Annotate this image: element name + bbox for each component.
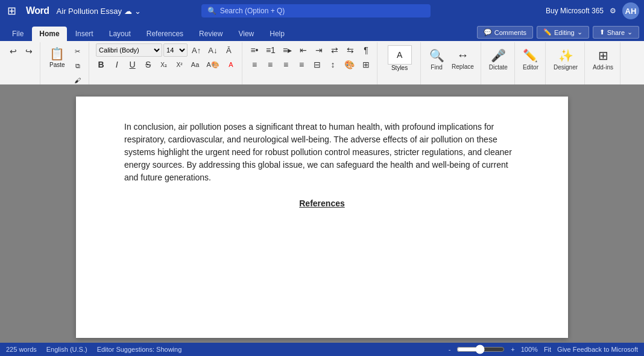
text-case-button[interactable]: Aa (188, 58, 203, 71)
ltr-button[interactable]: ⇄ (327, 43, 342, 57)
editor-icon: ✏️ (523, 48, 538, 63)
doc-title-text: Air Pollution Essay (57, 7, 122, 16)
zoom-slider[interactable] (456, 345, 505, 354)
rtl-button[interactable]: ⇆ (343, 43, 358, 57)
pencil-icon: ✏️ (543, 28, 552, 36)
titlebar: ⊞ Word Air Pollution Essay ☁ ⌄ 🔍 Search … (0, 0, 644, 22)
multilevel-list-button[interactable]: ≡▸ (280, 43, 295, 57)
undo-button[interactable]: ↩ (6, 45, 21, 58)
references-heading: References (124, 199, 520, 208)
bullets-button[interactable]: ≡• (247, 43, 262, 57)
paste-button[interactable]: 📋 Paste (45, 45, 69, 87)
editing-chevron-icon: ⌄ (577, 28, 582, 36)
document-area[interactable]: In conclusion, air pollution poses a sig… (0, 84, 644, 343)
decrease-font-button[interactable]: A↓ (205, 43, 220, 57)
avatar[interactable]: AH (622, 2, 639, 19)
tab-file[interactable]: File (5, 27, 31, 41)
microphone-icon: 🎤 (491, 48, 506, 63)
superscript-button[interactable]: X² (172, 58, 187, 71)
paste-label: Paste (49, 62, 65, 68)
highlight-color-button[interactable]: A🎨 (204, 58, 223, 71)
statusbar-right: - + 100% Fit Give Feedback to Microsoft (449, 345, 638, 354)
tab-insert[interactable]: Insert (68, 27, 101, 41)
zoom-in-button[interactable]: + (511, 346, 514, 353)
editor-status: Editor Suggestions: Showing (97, 346, 182, 353)
fit-button[interactable]: Fit (544, 346, 551, 353)
document-page: In conclusion, air pollution poses a sig… (76, 97, 568, 338)
redo-button[interactable]: ↪ (22, 45, 36, 58)
titlebar-right: Buy Microsoft 365 ⚙ AH (546, 2, 639, 19)
align-left-button[interactable]: ≡ (247, 58, 262, 71)
share-chevron-icon: ⌄ (627, 28, 633, 36)
cloud-save-icon[interactable]: ☁ (124, 7, 132, 16)
title-chevron-icon[interactable]: ⌄ (134, 7, 141, 16)
app-name: Word (24, 5, 52, 16)
share-button[interactable]: ⬆ Share ⌄ (593, 26, 639, 39)
font-name-select[interactable]: Calibri (Body) (96, 43, 162, 57)
search-box[interactable]: 🔍 Search (Option + Q) (201, 4, 431, 17)
font-size-select[interactable]: 14 (163, 43, 188, 57)
addins-icon: ⊞ (598, 48, 608, 63)
styles-preview-box: A (388, 45, 412, 65)
copy-button[interactable]: ⧉ (71, 59, 85, 72)
settings-icon[interactable]: ⚙ (610, 7, 616, 15)
numbering-button[interactable]: ≡1 (263, 43, 279, 57)
subscript-button[interactable]: X₂ (157, 58, 171, 71)
doc-title-area: Air Pollution Essay ☁ ⌄ (57, 7, 141, 16)
editing-button[interactable]: ✏️ Editing ⌄ (537, 26, 589, 39)
show-formatting-button[interactable]: ¶ (359, 43, 373, 57)
ribbon-tabs: File Home Insert Layout References Revie… (0, 22, 644, 41)
increase-indent-button[interactable]: ⇥ (312, 43, 326, 57)
buy-microsoft-link[interactable]: Buy Microsoft 365 (546, 7, 604, 15)
column-button[interactable]: ⊟ (310, 58, 324, 71)
bold-button[interactable]: B (94, 58, 109, 71)
zoom-out-button[interactable]: - (449, 346, 451, 353)
tab-review[interactable]: Review (192, 27, 230, 41)
find-icon: 🔍 (429, 48, 444, 63)
increase-font-button[interactable]: A↑ (189, 43, 204, 57)
search-placeholder: Search (Option + Q) (220, 7, 285, 15)
zoom-level: 100% (521, 346, 538, 353)
designer-icon: ✨ (558, 48, 573, 63)
shading-button[interactable]: 🎨 (341, 58, 358, 71)
search-icon: 🔍 (207, 7, 216, 15)
replace-icon: ↔ (456, 48, 469, 62)
statusbar: 225 words English (U.S.) Editor Suggesti… (0, 343, 644, 356)
tab-home[interactable]: Home (32, 27, 66, 41)
styles-button[interactable]: A Styles (384, 43, 415, 73)
waffle-icon[interactable]: ⊞ (5, 2, 19, 20)
dictate-button[interactable]: 🎤 Dictate (486, 43, 511, 75)
addins-button[interactable]: ⊞ Add-ins (590, 43, 616, 75)
align-center-button[interactable]: ≡ (263, 58, 277, 71)
ribbon-actions: 💬 Comments ✏️ Editing ⌄ ⬆ Share ⌄ (477, 26, 639, 41)
tab-help[interactable]: Help (262, 27, 292, 41)
styles-label: Styles (391, 65, 408, 71)
find-button[interactable]: 🔍 Find (426, 43, 447, 75)
italic-button[interactable]: I (110, 58, 124, 71)
clear-formatting-button[interactable]: Ā (221, 43, 236, 57)
comment-icon: 💬 (484, 28, 492, 36)
replace-button[interactable]: ↔ Replace (449, 43, 477, 75)
tab-view[interactable]: View (231, 27, 261, 41)
designer-button[interactable]: ✨ Designer (551, 43, 581, 75)
clipboard-mini-buttons: ✂ ⧉ 🖌 (71, 45, 85, 87)
tab-references[interactable]: References (139, 27, 191, 41)
borders-button[interactable]: ⊞ (359, 58, 373, 71)
underline-button[interactable]: U (125, 58, 140, 71)
align-justify-button[interactable]: ≡ (294, 58, 309, 71)
editor-button[interactable]: ✏️ Editor (520, 43, 541, 75)
conclusion-paragraph: In conclusion, air pollution poses a sig… (124, 121, 520, 184)
decrease-indent-button[interactable]: ⇤ (296, 43, 311, 57)
align-right-button[interactable]: ≡ (279, 58, 293, 71)
feedback-link[interactable]: Give Feedback to Microsoft (557, 346, 638, 353)
word-count: 225 words (6, 346, 37, 353)
comments-button[interactable]: 💬 Comments (477, 26, 533, 39)
line-spacing-button[interactable]: ↕ (326, 58, 340, 71)
strikethrough-button[interactable]: S (141, 58, 156, 71)
share-icon: ⬆ (599, 28, 605, 36)
tab-layout[interactable]: Layout (102, 27, 138, 41)
cut-button[interactable]: ✂ (71, 45, 85, 58)
font-color-button[interactable]: A (224, 58, 238, 71)
language: English (U.S.) (46, 346, 87, 353)
paste-icon: 📋 (49, 46, 65, 61)
